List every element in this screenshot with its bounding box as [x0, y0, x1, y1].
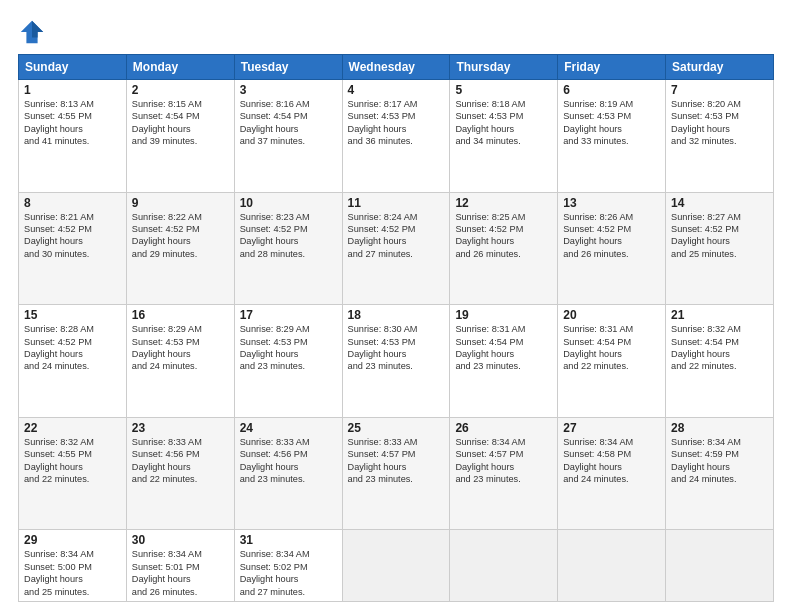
day-number: 2	[132, 83, 229, 97]
calendar-header-row: SundayMondayTuesdayWednesdayThursdayFrid…	[19, 55, 774, 80]
day-info: Sunrise: 8:33 AMSunset: 4:57 PMDaylight …	[348, 436, 445, 486]
calendar-header-saturday: Saturday	[666, 55, 774, 80]
day-info: Sunrise: 8:18 AMSunset: 4:53 PMDaylight …	[455, 98, 552, 148]
calendar-cell	[666, 530, 774, 602]
day-number: 14	[671, 196, 768, 210]
day-info: Sunrise: 8:21 AMSunset: 4:52 PMDaylight …	[24, 211, 121, 261]
calendar-cell: 29Sunrise: 8:34 AMSunset: 5:00 PMDayligh…	[19, 530, 127, 602]
day-info: Sunrise: 8:34 AMSunset: 4:57 PMDaylight …	[455, 436, 552, 486]
day-number: 25	[348, 421, 445, 435]
logo	[18, 18, 50, 46]
day-number: 9	[132, 196, 229, 210]
calendar-cell: 23Sunrise: 8:33 AMSunset: 4:56 PMDayligh…	[126, 417, 234, 530]
calendar-header-monday: Monday	[126, 55, 234, 80]
day-info: Sunrise: 8:15 AMSunset: 4:54 PMDaylight …	[132, 98, 229, 148]
calendar-header-thursday: Thursday	[450, 55, 558, 80]
calendar-cell: 7Sunrise: 8:20 AMSunset: 4:53 PMDaylight…	[666, 80, 774, 193]
calendar-cell: 28Sunrise: 8:34 AMSunset: 4:59 PMDayligh…	[666, 417, 774, 530]
calendar-cell: 13Sunrise: 8:26 AMSunset: 4:52 PMDayligh…	[558, 192, 666, 305]
calendar-cell: 2Sunrise: 8:15 AMSunset: 4:54 PMDaylight…	[126, 80, 234, 193]
day-info: Sunrise: 8:20 AMSunset: 4:53 PMDaylight …	[671, 98, 768, 148]
day-number: 1	[24, 83, 121, 97]
calendar-cell: 8Sunrise: 8:21 AMSunset: 4:52 PMDaylight…	[19, 192, 127, 305]
calendar-cell: 21Sunrise: 8:32 AMSunset: 4:54 PMDayligh…	[666, 305, 774, 418]
day-info: Sunrise: 8:29 AMSunset: 4:53 PMDaylight …	[240, 323, 337, 373]
calendar-header-friday: Friday	[558, 55, 666, 80]
calendar-cell: 17Sunrise: 8:29 AMSunset: 4:53 PMDayligh…	[234, 305, 342, 418]
day-info: Sunrise: 8:17 AMSunset: 4:53 PMDaylight …	[348, 98, 445, 148]
calendar-cell: 30Sunrise: 8:34 AMSunset: 5:01 PMDayligh…	[126, 530, 234, 602]
day-number: 21	[671, 308, 768, 322]
day-number: 5	[455, 83, 552, 97]
day-info: Sunrise: 8:34 AMSunset: 4:59 PMDaylight …	[671, 436, 768, 486]
day-info: Sunrise: 8:27 AMSunset: 4:52 PMDaylight …	[671, 211, 768, 261]
day-info: Sunrise: 8:34 AMSunset: 5:02 PMDaylight …	[240, 548, 337, 598]
day-number: 12	[455, 196, 552, 210]
calendar-cell: 16Sunrise: 8:29 AMSunset: 4:53 PMDayligh…	[126, 305, 234, 418]
day-number: 17	[240, 308, 337, 322]
calendar-cell: 19Sunrise: 8:31 AMSunset: 4:54 PMDayligh…	[450, 305, 558, 418]
day-number: 8	[24, 196, 121, 210]
page: SundayMondayTuesdayWednesdayThursdayFrid…	[0, 0, 792, 612]
calendar-cell: 27Sunrise: 8:34 AMSunset: 4:58 PMDayligh…	[558, 417, 666, 530]
day-number: 23	[132, 421, 229, 435]
calendar-cell: 24Sunrise: 8:33 AMSunset: 4:56 PMDayligh…	[234, 417, 342, 530]
calendar-cell: 26Sunrise: 8:34 AMSunset: 4:57 PMDayligh…	[450, 417, 558, 530]
day-number: 20	[563, 308, 660, 322]
day-number: 26	[455, 421, 552, 435]
calendar-week-4: 22Sunrise: 8:32 AMSunset: 4:55 PMDayligh…	[19, 417, 774, 530]
calendar-cell: 10Sunrise: 8:23 AMSunset: 4:52 PMDayligh…	[234, 192, 342, 305]
calendar-cell: 22Sunrise: 8:32 AMSunset: 4:55 PMDayligh…	[19, 417, 127, 530]
day-info: Sunrise: 8:22 AMSunset: 4:52 PMDaylight …	[132, 211, 229, 261]
day-info: Sunrise: 8:32 AMSunset: 4:54 PMDaylight …	[671, 323, 768, 373]
svg-marker-1	[32, 21, 43, 38]
day-number: 27	[563, 421, 660, 435]
calendar-cell: 4Sunrise: 8:17 AMSunset: 4:53 PMDaylight…	[342, 80, 450, 193]
calendar-cell: 9Sunrise: 8:22 AMSunset: 4:52 PMDaylight…	[126, 192, 234, 305]
day-number: 29	[24, 533, 121, 547]
day-number: 7	[671, 83, 768, 97]
day-number: 15	[24, 308, 121, 322]
calendar-cell: 11Sunrise: 8:24 AMSunset: 4:52 PMDayligh…	[342, 192, 450, 305]
day-info: Sunrise: 8:24 AMSunset: 4:52 PMDaylight …	[348, 211, 445, 261]
day-info: Sunrise: 8:32 AMSunset: 4:55 PMDaylight …	[24, 436, 121, 486]
calendar-cell: 14Sunrise: 8:27 AMSunset: 4:52 PMDayligh…	[666, 192, 774, 305]
day-info: Sunrise: 8:34 AMSunset: 4:58 PMDaylight …	[563, 436, 660, 486]
day-number: 6	[563, 83, 660, 97]
day-number: 4	[348, 83, 445, 97]
calendar-cell: 5Sunrise: 8:18 AMSunset: 4:53 PMDaylight…	[450, 80, 558, 193]
day-number: 19	[455, 308, 552, 322]
day-info: Sunrise: 8:28 AMSunset: 4:52 PMDaylight …	[24, 323, 121, 373]
calendar-cell: 18Sunrise: 8:30 AMSunset: 4:53 PMDayligh…	[342, 305, 450, 418]
calendar-week-2: 8Sunrise: 8:21 AMSunset: 4:52 PMDaylight…	[19, 192, 774, 305]
calendar-week-5: 29Sunrise: 8:34 AMSunset: 5:00 PMDayligh…	[19, 530, 774, 602]
calendar-week-1: 1Sunrise: 8:13 AMSunset: 4:55 PMDaylight…	[19, 80, 774, 193]
day-number: 22	[24, 421, 121, 435]
day-info: Sunrise: 8:31 AMSunset: 4:54 PMDaylight …	[455, 323, 552, 373]
header	[18, 18, 774, 46]
day-info: Sunrise: 8:34 AMSunset: 5:00 PMDaylight …	[24, 548, 121, 598]
day-info: Sunrise: 8:26 AMSunset: 4:52 PMDaylight …	[563, 211, 660, 261]
calendar-cell: 20Sunrise: 8:31 AMSunset: 4:54 PMDayligh…	[558, 305, 666, 418]
day-info: Sunrise: 8:34 AMSunset: 5:01 PMDaylight …	[132, 548, 229, 598]
day-info: Sunrise: 8:29 AMSunset: 4:53 PMDaylight …	[132, 323, 229, 373]
day-number: 11	[348, 196, 445, 210]
calendar-cell	[342, 530, 450, 602]
calendar-header-wednesday: Wednesday	[342, 55, 450, 80]
day-info: Sunrise: 8:33 AMSunset: 4:56 PMDaylight …	[240, 436, 337, 486]
calendar-cell: 15Sunrise: 8:28 AMSunset: 4:52 PMDayligh…	[19, 305, 127, 418]
calendar-cell: 1Sunrise: 8:13 AMSunset: 4:55 PMDaylight…	[19, 80, 127, 193]
day-number: 30	[132, 533, 229, 547]
day-number: 10	[240, 196, 337, 210]
calendar-cell: 6Sunrise: 8:19 AMSunset: 4:53 PMDaylight…	[558, 80, 666, 193]
calendar-cell	[558, 530, 666, 602]
day-number: 31	[240, 533, 337, 547]
calendar-header-tuesday: Tuesday	[234, 55, 342, 80]
day-number: 3	[240, 83, 337, 97]
day-info: Sunrise: 8:30 AMSunset: 4:53 PMDaylight …	[348, 323, 445, 373]
day-info: Sunrise: 8:33 AMSunset: 4:56 PMDaylight …	[132, 436, 229, 486]
day-number: 13	[563, 196, 660, 210]
calendar: SundayMondayTuesdayWednesdayThursdayFrid…	[18, 54, 774, 602]
day-info: Sunrise: 8:31 AMSunset: 4:54 PMDaylight …	[563, 323, 660, 373]
day-info: Sunrise: 8:23 AMSunset: 4:52 PMDaylight …	[240, 211, 337, 261]
